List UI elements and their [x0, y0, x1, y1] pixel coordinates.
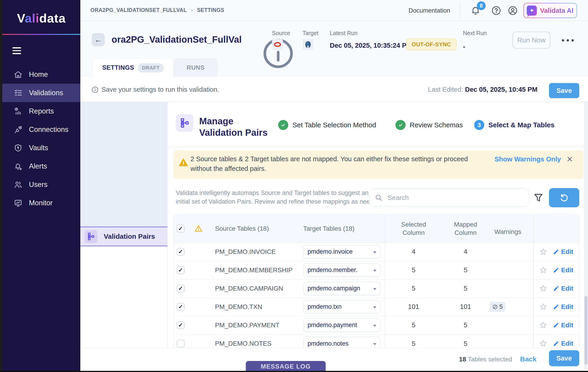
- sidebar-item-label: Connections: [29, 125, 68, 134]
- edit-button[interactable]: Edit: [553, 285, 573, 292]
- warnings-header[interactable]: Warnings: [489, 228, 533, 236]
- chevron-down-icon: [373, 288, 376, 290]
- sidebar-item-connections[interactable]: Connections: [2, 121, 80, 139]
- selected-column-count: 4: [385, 248, 442, 255]
- footer-bar: 18 Tables selected Back Save: [80, 348, 579, 371]
- step-done-check-icon: [395, 120, 406, 130]
- select-all-checkbox[interactable]: [177, 225, 185, 232]
- source-tables-header[interactable]: Source Tables (18): [209, 225, 296, 232]
- users-icon: [14, 180, 22, 189]
- chevron-down-icon: [373, 251, 376, 253]
- breadcrumb-current: SETTINGS: [197, 7, 224, 13]
- oracle-source-icon: [272, 39, 283, 50]
- mapped-column-header[interactable]: Mapped Column: [442, 221, 489, 237]
- circle-slash-icon: [492, 304, 498, 310]
- search-box: [369, 189, 529, 207]
- mapped-column-count: 5: [442, 321, 489, 329]
- edit-button[interactable]: Edit: [553, 340, 573, 347]
- last-edited-value: Dec 05, 2025, 10:45 PM: [465, 86, 537, 93]
- validata-ai-button[interactable]: ✦ Validata AI: [524, 3, 577, 18]
- tab-settings[interactable]: SETTINGS DRAFT: [92, 59, 174, 77]
- collapse-panel-icon[interactable]: [565, 121, 576, 130]
- favorite-star-icon[interactable]: [539, 284, 547, 293]
- sidebar-item-validations[interactable]: Validations: [2, 84, 80, 102]
- sidebar-item-monitor[interactable]: Monitor: [2, 194, 80, 212]
- favorite-star-icon[interactable]: [539, 321, 547, 329]
- more-options-ellipsis-icon[interactable]: [562, 38, 576, 43]
- breadcrumb: ORA2PG_VALIDATIONSET_FULLVAL › SETTINGS: [90, 7, 224, 13]
- warnings-count-badge[interactable]: 5: [489, 302, 505, 312]
- sidebar-item-label: Alerts: [29, 162, 47, 171]
- row-checkbox[interactable]: [177, 285, 185, 292]
- topbar: ORA2PG_VALIDATIONSET_FULLVAL › SETTINGS …: [80, 0, 588, 21]
- close-icon[interactable]: ✕: [567, 155, 573, 164]
- draft-badge: DRAFT: [138, 63, 164, 72]
- info-icon[interactable]: [244, 36, 252, 44]
- source-table-name: PM_DEMO.PAYMENT: [209, 322, 296, 329]
- target-tables-header[interactable]: Target Tables (18): [296, 225, 385, 232]
- chevron-down-icon: [373, 343, 376, 345]
- refresh-button[interactable]: [549, 188, 579, 207]
- row-checkbox[interactable]: [177, 340, 185, 347]
- search-input[interactable]: [388, 194, 524, 201]
- step-set-table-selection-method[interactable]: Set Table Selection Method: [278, 120, 376, 130]
- message-log-button[interactable]: MESSAGE LOG: [246, 361, 326, 372]
- warning-message: 2 Source tables & 2 Target tables are no…: [190, 154, 468, 173]
- sidebar-item-label: Reports: [29, 107, 54, 115]
- row-checkbox[interactable]: [177, 248, 185, 256]
- favorite-star-icon[interactable]: [539, 303, 547, 311]
- source-table-name: PM_DEMO.TXN: [209, 303, 296, 311]
- mapped-column-count: 5: [442, 266, 489, 274]
- sidebar-item-home[interactable]: Home: [2, 65, 80, 84]
- sidebar-item-alerts[interactable]: Alerts: [2, 157, 80, 175]
- show-warnings-only-link[interactable]: Show Warnings Only: [494, 155, 561, 163]
- table-row: PM_DEMO.TXN pmdemo.txn 101 101 5 Edit: [174, 298, 579, 316]
- run-now-button[interactable]: Run Now: [513, 32, 550, 49]
- save-button[interactable]: Save: [549, 83, 579, 98]
- tab-runs-label: RUNS: [187, 64, 205, 71]
- row-checkbox[interactable]: [177, 303, 185, 311]
- info-icon: [91, 86, 99, 93]
- edit-button[interactable]: Edit: [553, 267, 573, 274]
- filter-funnel-icon[interactable]: [533, 192, 544, 203]
- edit-button[interactable]: Edit: [553, 248, 573, 255]
- sidebar-item-users[interactable]: Users: [2, 175, 80, 194]
- target-table-dropdown[interactable]: pmdemo.txn: [303, 300, 380, 313]
- edit-button[interactable]: Edit: [553, 303, 573, 311]
- edit-button[interactable]: Edit: [553, 322, 573, 329]
- target-table-dropdown[interactable]: pmdemo.payment: [303, 319, 380, 332]
- selected-column-header[interactable]: Selected Column: [385, 221, 442, 237]
- target-table-dropdown[interactable]: pmdemo.campaign: [303, 282, 380, 295]
- sidebar-item-label: Home: [29, 70, 48, 79]
- back-link[interactable]: Back: [520, 355, 536, 363]
- monitor-icon: [14, 199, 22, 207]
- tab-runs[interactable]: RUNS: [174, 59, 218, 77]
- breadcrumb-parent[interactable]: ORA2PG_VALIDATIONSET_FULLVAL: [90, 7, 187, 13]
- save-button[interactable]: Save: [549, 350, 579, 366]
- back-button[interactable]: ←: [92, 33, 105, 46]
- postgres-target-icon: [303, 39, 314, 50]
- step-select-and-map-tables[interactable]: 3 Select & Map Tables: [474, 120, 555, 130]
- favorite-star-icon[interactable]: [539, 248, 547, 256]
- user-account-icon[interactable]: [508, 6, 518, 16]
- home-icon: [14, 70, 22, 79]
- row-checkbox[interactable]: [177, 321, 185, 329]
- menu-hamburger-icon[interactable]: [12, 47, 21, 55]
- documentation-link[interactable]: Documentation: [409, 7, 450, 14]
- scrollbar-thumb[interactable]: [585, 296, 587, 365]
- help-icon[interactable]: [491, 6, 501, 16]
- source-label: Source: [272, 30, 290, 36]
- target-table-dropdown[interactable]: pmdemo.invoice: [303, 245, 380, 259]
- sidebar-item-reports[interactable]: Reports: [2, 102, 80, 121]
- row-checkbox[interactable]: [177, 266, 185, 274]
- subpanel-background: [80, 102, 168, 227]
- step-review-schemas[interactable]: Review Schemas: [395, 120, 463, 130]
- favorite-star-icon[interactable]: [539, 339, 547, 348]
- tab-settings-label: SETTINGS: [102, 64, 134, 71]
- sidebar-item-vaults[interactable]: Vaults: [2, 139, 80, 157]
- favorite-star-icon[interactable]: [539, 266, 547, 274]
- validation-pairs-label: Validation Pairs: [104, 232, 155, 240]
- warning-column-icon: [189, 224, 209, 233]
- subpanel-item-validation-pairs[interactable]: Validation Pairs: [80, 227, 168, 246]
- target-table-dropdown[interactable]: pmdemo.member.: [303, 263, 380, 277]
